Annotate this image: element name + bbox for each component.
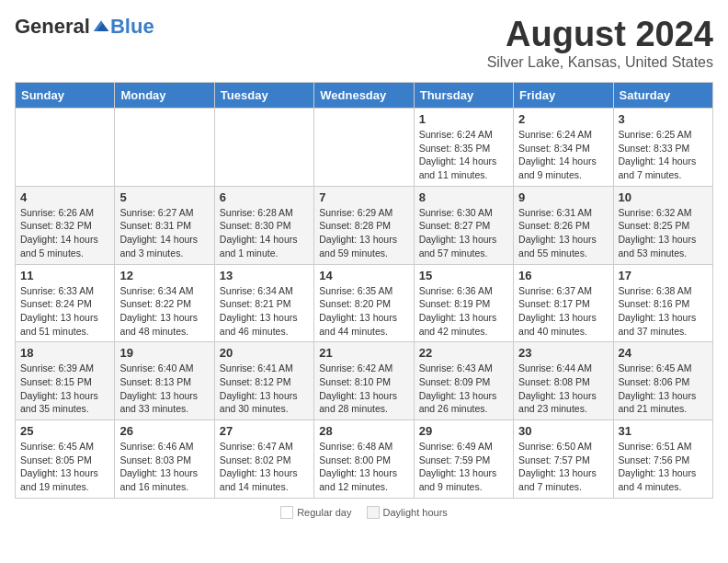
day-info: Sunrise: 6:39 AM Sunset: 8:15 PM Dayligh… [20, 362, 109, 416]
day-number: 18 [20, 346, 109, 360]
page-header: General Blue August 2024 Silver Lake, Ka… [15, 15, 713, 71]
calendar-cell-1-7: 3Sunrise: 6:25 AM Sunset: 8:33 PM Daylig… [613, 109, 712, 187]
day-info: Sunrise: 6:34 AM Sunset: 8:21 PM Dayligh… [220, 284, 309, 339]
calendar-cell-2-3: 6Sunrise: 6:28 AM Sunset: 8:30 PM Daylig… [214, 186, 313, 264]
calendar-cell-5-6: 30Sunrise: 6:50 AM Sunset: 7:57 PM Dayli… [514, 420, 613, 499]
day-number: 25 [20, 424, 109, 438]
calendar-cell-4-1: 18Sunrise: 6:39 AM Sunset: 8:15 PM Dayli… [16, 342, 115, 420]
day-info: Sunrise: 6:51 AM Sunset: 7:56 PM Dayligh… [619, 440, 708, 494]
calendar-cell-5-7: 31Sunrise: 6:51 AM Sunset: 7:56 PM Dayli… [613, 420, 712, 499]
day-number: 26 [119, 424, 209, 438]
weekday-header-monday: Monday [115, 83, 214, 109]
day-number: 31 [619, 424, 708, 438]
calendar-cell-2-4: 7Sunrise: 6:29 AM Sunset: 8:28 PM Daylig… [314, 186, 414, 264]
calendar-cell-1-5: 1Sunrise: 6:24 AM Sunset: 8:35 PM Daylig… [414, 109, 513, 187]
day-number: 12 [119, 269, 209, 282]
calendar-cell-4-7: 24Sunrise: 6:45 AM Sunset: 8:06 PM Dayli… [613, 342, 712, 420]
legend-item-daylight: Daylight hours [367, 506, 448, 519]
calendar-week-1: 1Sunrise: 6:24 AM Sunset: 8:35 PM Daylig… [16, 109, 713, 187]
calendar-cell-4-6: 23Sunrise: 6:44 AM Sunset: 8:08 PM Dayli… [514, 342, 613, 420]
day-number: 22 [419, 346, 508, 360]
day-number: 20 [220, 346, 309, 360]
day-info: Sunrise: 6:36 AM Sunset: 8:19 PM Dayligh… [419, 284, 508, 339]
calendar-cell-1-3 [214, 109, 313, 187]
legend-daylight-label: Daylight hours [383, 507, 448, 518]
calendar-cell-4-2: 19Sunrise: 6:40 AM Sunset: 8:13 PM Dayli… [115, 342, 214, 420]
month-title: August 2024 [487, 15, 713, 54]
day-number: 9 [518, 190, 608, 204]
calendar-cell-1-4 [314, 109, 414, 187]
day-info: Sunrise: 6:50 AM Sunset: 7:57 PM Dayligh… [518, 440, 608, 494]
day-number: 28 [319, 424, 408, 438]
weekday-header-wednesday: Wednesday [314, 83, 414, 109]
day-number: 21 [319, 346, 408, 360]
day-info: Sunrise: 6:29 AM Sunset: 8:28 PM Dayligh… [319, 206, 408, 260]
day-number: 23 [518, 346, 608, 360]
calendar-cell-1-1 [16, 109, 115, 187]
day-info: Sunrise: 6:38 AM Sunset: 8:16 PM Dayligh… [619, 284, 708, 339]
calendar-cell-5-5: 29Sunrise: 6:49 AM Sunset: 7:59 PM Dayli… [414, 420, 513, 499]
day-info: Sunrise: 6:45 AM Sunset: 8:05 PM Dayligh… [20, 440, 109, 494]
calendar-week-4: 18Sunrise: 6:39 AM Sunset: 8:15 PM Dayli… [16, 342, 713, 420]
day-number: 2 [518, 112, 608, 126]
day-number: 5 [119, 190, 209, 204]
day-info: Sunrise: 6:30 AM Sunset: 8:27 PM Dayligh… [419, 206, 508, 260]
calendar-cell-2-6: 9Sunrise: 6:31 AM Sunset: 8:26 PM Daylig… [514, 186, 613, 264]
day-number: 10 [619, 190, 708, 204]
calendar-week-3: 11Sunrise: 6:33 AM Sunset: 8:24 PM Dayli… [16, 264, 713, 342]
day-number: 19 [119, 346, 209, 360]
day-number: 14 [319, 269, 408, 282]
day-info: Sunrise: 6:24 AM Sunset: 8:35 PM Dayligh… [419, 128, 508, 182]
logo-blue-text: Blue [110, 15, 154, 39]
day-info: Sunrise: 6:46 AM Sunset: 8:03 PM Dayligh… [119, 440, 209, 494]
calendar-cell-1-6: 2Sunrise: 6:24 AM Sunset: 8:34 PM Daylig… [514, 109, 613, 187]
day-info: Sunrise: 6:34 AM Sunset: 8:22 PM Dayligh… [119, 284, 209, 339]
calendar-cell-3-4: 14Sunrise: 6:35 AM Sunset: 8:20 PM Dayli… [314, 264, 414, 342]
day-number: 16 [518, 269, 608, 282]
calendar-table: SundayMondayTuesdayWednesdayThursdayFrid… [15, 82, 713, 499]
day-info: Sunrise: 6:37 AM Sunset: 8:17 PM Dayligh… [518, 284, 608, 339]
day-number: 6 [220, 190, 309, 204]
location-text: Silver Lake, Kansas, United States [487, 54, 713, 71]
day-number: 30 [518, 424, 608, 438]
day-info: Sunrise: 6:44 AM Sunset: 8:08 PM Dayligh… [518, 362, 608, 416]
calendar-cell-4-4: 21Sunrise: 6:42 AM Sunset: 8:10 PM Dayli… [314, 342, 414, 420]
day-info: Sunrise: 6:47 AM Sunset: 8:02 PM Dayligh… [220, 440, 309, 494]
calendar-cell-4-5: 22Sunrise: 6:43 AM Sunset: 8:09 PM Dayli… [414, 342, 513, 420]
day-number: 8 [419, 190, 508, 204]
legend-item-white: Regular day [280, 506, 351, 519]
day-number: 7 [319, 190, 408, 204]
logo-icon [92, 17, 110, 36]
calendar-cell-1-2 [115, 109, 214, 187]
day-info: Sunrise: 6:26 AM Sunset: 8:32 PM Dayligh… [20, 206, 109, 260]
day-number: 17 [619, 269, 708, 282]
day-number: 3 [619, 112, 708, 126]
day-info: Sunrise: 6:43 AM Sunset: 8:09 PM Dayligh… [419, 362, 508, 416]
weekday-header-saturday: Saturday [613, 83, 712, 109]
day-info: Sunrise: 6:48 AM Sunset: 8:00 PM Dayligh… [319, 440, 408, 494]
day-number: 15 [419, 269, 508, 282]
weekday-header-sunday: Sunday [16, 83, 115, 109]
day-number: 29 [419, 424, 508, 438]
day-info: Sunrise: 6:45 AM Sunset: 8:06 PM Dayligh… [619, 362, 708, 416]
calendar-cell-5-2: 26Sunrise: 6:46 AM Sunset: 8:03 PM Dayli… [115, 420, 214, 499]
calendar-cell-3-2: 12Sunrise: 6:34 AM Sunset: 8:22 PM Dayli… [115, 264, 214, 342]
day-info: Sunrise: 6:41 AM Sunset: 8:12 PM Dayligh… [220, 362, 309, 416]
weekday-header-friday: Friday [514, 83, 613, 109]
day-number: 24 [619, 346, 708, 360]
weekday-header-thursday: Thursday [414, 83, 513, 109]
calendar-header-row: SundayMondayTuesdayWednesdayThursdayFrid… [16, 83, 713, 109]
day-info: Sunrise: 6:28 AM Sunset: 8:30 PM Dayligh… [220, 206, 309, 260]
logo: General Blue [15, 15, 154, 39]
calendar-cell-4-3: 20Sunrise: 6:41 AM Sunset: 8:12 PM Dayli… [214, 342, 313, 420]
calendar-cell-2-2: 5Sunrise: 6:27 AM Sunset: 8:31 PM Daylig… [115, 186, 214, 264]
calendar-week-5: 25Sunrise: 6:45 AM Sunset: 8:05 PM Dayli… [16, 420, 713, 499]
day-number: 11 [20, 269, 109, 282]
calendar-cell-2-5: 8Sunrise: 6:30 AM Sunset: 8:27 PM Daylig… [414, 186, 513, 264]
day-info: Sunrise: 6:25 AM Sunset: 8:33 PM Dayligh… [619, 128, 708, 182]
day-number: 13 [220, 269, 309, 282]
logo-general-text: General [15, 15, 90, 39]
calendar-week-2: 4Sunrise: 6:26 AM Sunset: 8:32 PM Daylig… [16, 186, 713, 264]
calendar-cell-5-4: 28Sunrise: 6:48 AM Sunset: 8:00 PM Dayli… [314, 420, 414, 499]
day-number: 1 [419, 112, 508, 126]
